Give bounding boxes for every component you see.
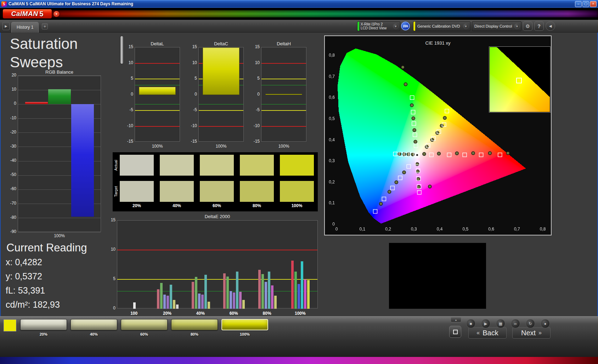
- record-button[interactable]: ●: [541, 319, 550, 328]
- deltae-bar: [274, 296, 277, 309]
- deltae-bar: [271, 285, 273, 309]
- gridline: [18, 232, 101, 233]
- y-tick-label: -20: [7, 130, 16, 135]
- y-tick-label: 15: [188, 44, 197, 49]
- deltae-bar: [307, 280, 310, 309]
- reading-cdm2: cd/m²: 182,93: [6, 300, 60, 310]
- close-button[interactable]: ×: [590, 1, 597, 7]
- chart-title: DeltaC: [198, 41, 244, 46]
- next-button[interactable]: Next »: [512, 327, 551, 339]
- tab-history-1[interactable]: History 1: [11, 22, 39, 33]
- reference-line: [261, 79, 306, 79]
- y-tick-label: 0,7: [326, 74, 335, 79]
- panel-expand-button[interactable]: ▲: [451, 317, 461, 322]
- pattern-button[interactable]: ▦: [496, 319, 505, 328]
- source-dropdown[interactable]: Generic Calibration DVD ▼: [413, 21, 470, 31]
- stop-button[interactable]: ■: [466, 319, 475, 328]
- stop-pattern-button[interactable]: [449, 326, 461, 338]
- chevron-left-icon: ◀: [549, 24, 552, 28]
- deltae-bar: [226, 277, 229, 309]
- y-tick-label: 15: [106, 217, 115, 222]
- target-swatch: [120, 181, 154, 202]
- y-tick-label: 0: [125, 92, 133, 97]
- x-tick-label: 0,2: [383, 227, 394, 232]
- y-tick-label: -15: [188, 139, 197, 144]
- y-tick-label: 0,3: [326, 158, 335, 163]
- deltac-plot: [198, 47, 244, 142]
- double-chevron-right-icon: »: [538, 330, 542, 336]
- reference-line: [135, 85, 180, 85]
- target-swatch: [280, 181, 314, 202]
- x-tick-label: 0,4: [434, 227, 445, 232]
- swatch-column-label: 100%: [280, 203, 314, 208]
- y-tick-label: -5: [125, 107, 133, 112]
- reference-line: [135, 63, 180, 64]
- actual-swatch: [160, 155, 194, 176]
- current-reading-heading: Current Reading: [6, 241, 87, 254]
- deltae-bar: [242, 300, 245, 309]
- toolbar: ▶ History 1 + X-Rite i1Pro 2 LCD Direct …: [0, 20, 598, 33]
- y-tick-label: 0,8: [326, 53, 335, 58]
- chevron-down-icon[interactable]: ▼: [514, 23, 520, 29]
- rgb-balance-chart: RGB Balance 100% 20100-10-20-30-40-50-60…: [7, 69, 102, 240]
- y-tick-label: 5: [251, 76, 260, 81]
- x-axis-label: 100%: [18, 233, 101, 238]
- play-button[interactable]: ▶: [481, 319, 490, 328]
- delta-bar: [265, 94, 302, 95]
- chart-title: DeltaL: [135, 41, 180, 46]
- refresh-button[interactable]: ↻: [526, 319, 535, 328]
- reference-line: [199, 110, 243, 111]
- y-tick-label: -50: [7, 172, 16, 177]
- deltal-chart: DeltaL 100% 151050-5-10-15: [125, 39, 181, 152]
- calman-logo: CalMAN 5: [3, 9, 52, 18]
- settings-button[interactable]: ⚙: [523, 21, 532, 31]
- deltah-chart: DeltaH 100% 151050-5-10-15: [251, 39, 308, 152]
- logo-menu-button[interactable]: ▼: [53, 11, 60, 17]
- deltac-chart: DeltaC 100% 151050-5-10-15: [188, 39, 245, 152]
- meter-label: X-Rite i1Pro 2 LCD Direct View: [359, 22, 393, 30]
- continuous-button[interactable]: ∞: [511, 319, 520, 328]
- x-tick-label: 60%: [223, 311, 244, 316]
- meter-dropdown[interactable]: X-Rite i1Pro 2 LCD Direct View ▼: [357, 21, 400, 31]
- target-swatch-row: [120, 181, 314, 202]
- actual-swatch: [120, 155, 154, 176]
- pattern-swatch-button[interactable]: [171, 319, 218, 330]
- nav-forward-button[interactable]: ▶: [2, 22, 10, 30]
- logo-text: CalMAN: [11, 10, 38, 18]
- deltae-bar: [233, 292, 235, 309]
- pattern-swatch-button[interactable]: [20, 319, 67, 330]
- back-button[interactable]: « Back: [468, 327, 507, 339]
- display-control-dropdown[interactable]: Direct Display Control ▼: [472, 21, 521, 31]
- pattern-swatch-button[interactable]: [70, 319, 117, 330]
- y-tick-label: 10: [188, 60, 197, 65]
- y-tick-label: 0: [106, 306, 115, 311]
- help-button[interactable]: ?: [534, 21, 544, 31]
- pattern-swatch-label: 100%: [221, 332, 268, 336]
- add-tab-button[interactable]: +: [42, 23, 48, 29]
- y-tick-label: 15: [125, 44, 133, 49]
- x-tick-label: 0,5: [460, 227, 471, 232]
- deltae-bar: [195, 277, 197, 309]
- target-swatch: [160, 181, 194, 202]
- x-tick-label: 80%: [256, 311, 278, 316]
- stop-square-icon: [453, 330, 458, 334]
- meter-badge: 205: [401, 22, 410, 30]
- pattern-swatch-label: 20%: [20, 332, 67, 336]
- pattern-swatch-button[interactable]: [121, 319, 168, 330]
- vertical-scrollbar[interactable]: [120, 36, 123, 64]
- restore-button[interactable]: ▢: [582, 1, 589, 7]
- app-icon: 5: [1, 1, 7, 7]
- collapse-panel-button[interactable]: ◀: [546, 21, 555, 31]
- deltae-bar: [204, 275, 207, 309]
- y-tick-label: 0,6: [326, 95, 335, 100]
- red-bar: [25, 102, 48, 104]
- deltah-plot: [261, 47, 306, 142]
- pattern-swatch-button[interactable]: [221, 319, 268, 330]
- minimize-button[interactable]: –: [575, 1, 582, 7]
- window-buttons: – ▢ ×: [575, 1, 597, 7]
- y-tick-label: 0: [326, 222, 335, 227]
- reference-line: [135, 104, 180, 104]
- chevron-down-icon[interactable]: ▼: [393, 23, 399, 29]
- chevron-down-icon[interactable]: ▼: [463, 23, 469, 29]
- swatch-column-label: 80%: [240, 203, 274, 208]
